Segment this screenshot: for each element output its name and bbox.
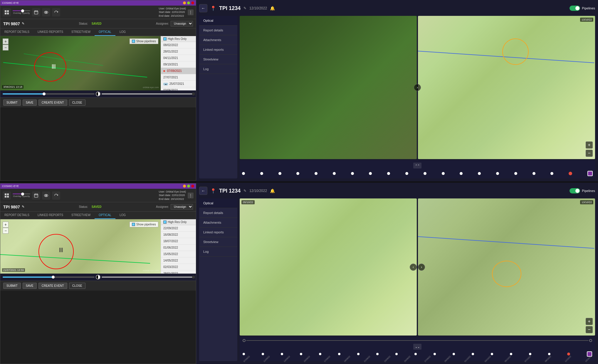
bottom-date-item-2[interactable]: 18/07/2022 (161, 238, 196, 245)
bottom-brightness-track[interactable] (102, 277, 194, 278)
top-right-nav-attachments[interactable]: Attachments (199, 35, 237, 45)
top-zoom-minus[interactable]: − (3, 45, 9, 50)
tab-optical[interactable]: OPTICAL (95, 28, 115, 36)
top-right-nav-linked-reports[interactable]: Linked reports (199, 45, 237, 55)
tab-log[interactable]: LOG (115, 28, 130, 36)
bottom-date-item-7[interactable]: 28/01/2022 (161, 270, 196, 274)
bottom-timeline-circle-marker-left[interactable] (243, 339, 246, 342)
top-right-next-arrow[interactable]: › (414, 84, 421, 91)
top-date-item-7[interactable]: 03/06/2021 (161, 87, 196, 90)
bottom-timeline-track[interactable] (3, 277, 95, 278)
bottom-date-item-3[interactable]: 01/06/2022 (161, 245, 196, 251)
bottom-brightness-icon[interactable] (96, 275, 100, 279)
bottom-date-item-6[interactable]: 02/03/2022 (161, 264, 196, 270)
bottom-high-res-toggle[interactable]: ✓ High Res Only (161, 219, 196, 225)
bottom-maximize-btn[interactable] (187, 185, 190, 188)
top-create-event-btn[interactable]: CREATE EVENT (38, 100, 67, 106)
bottom-tab-log[interactable]: LOG (115, 212, 130, 219)
top-right-toggle-switch[interactable] (570, 6, 580, 11)
top-timeline-track[interactable] (3, 93, 95, 95)
top-date-item-3[interactable]: 09/10/2021 (161, 61, 196, 68)
top-date-item-0[interactable]: 08/02/2022 (161, 42, 196, 48)
bottom-date-item-4[interactable]: 15/05/2022 (161, 251, 196, 257)
overlay-opacity-control[interactable]: Overlay Opacity (13, 10, 30, 14)
bottom-grid-icon[interactable] (3, 191, 11, 200)
top-date-item-5[interactable]: 27/07/2021 (161, 74, 196, 81)
bottom-right-nav-optical[interactable]: Optical (199, 198, 237, 208)
top-right-timeline-thumb[interactable] (587, 171, 593, 176)
bottom-tab-linked-reports[interactable]: LINKED REPORTS (33, 212, 67, 219)
bottom-high-res-checkbox[interactable]: ✓ (163, 220, 167, 224)
bottom-zoom-plus[interactable]: + (3, 222, 9, 227)
bottom-date-item-1[interactable]: 16/08/2022 (161, 232, 196, 238)
top-date-item-4[interactable]: 07/09/2021 (161, 68, 196, 74)
top-brightness-icon[interactable] (96, 92, 100, 96)
bottom-submit-btn[interactable]: SUBMIT (3, 283, 21, 289)
top-edit-icon[interactable]: ✎ (22, 22, 24, 26)
bottom-right-nav-streetview[interactable]: Streetview (199, 237, 237, 247)
bottom-right-chevron-btn[interactable]: ⌄⌄ (413, 344, 421, 350)
top-assignee-select[interactable]: Unassign (171, 21, 193, 26)
top-high-res-toggle[interactable]: ✓ High Res Only (161, 36, 196, 42)
bottom-right-next-arrow[interactable]: › (418, 264, 425, 271)
top-brightness-track[interactable] (102, 93, 194, 95)
top-right-nav-log[interactable]: Log (199, 64, 237, 74)
bottom-close-btn[interactable]: CLOSE (69, 283, 85, 289)
bottom-date-item-0[interactable]: 22/09/2022 (161, 225, 196, 232)
bottom-right-nav-attachments[interactable]: Attachments (199, 218, 237, 227)
bottom-assignee-select[interactable]: Unassign (171, 204, 193, 210)
eye-icon[interactable] (42, 8, 50, 16)
top-save-btn[interactable]: SAVE (23, 100, 37, 106)
tab-linked-reports[interactable]: LINKED REPORTS (33, 28, 67, 36)
bottom-show-pipelines-btn[interactable]: ✓ Show pipelines (130, 222, 158, 227)
bottom-date-item-5[interactable]: 14/05/2022 (161, 257, 196, 264)
top-right-nav-streetview[interactable]: Streetview (199, 55, 237, 64)
bottom-right-toggle-switch[interactable] (570, 188, 580, 193)
bottom-refresh-icon[interactable] (52, 191, 60, 200)
tab-report-details[interactable]: REPORT DETAILS (0, 28, 33, 36)
bottom-calendar-icon[interactable] (32, 191, 40, 200)
window-close-btn[interactable] (191, 1, 194, 4)
grid-icon[interactable] (3, 8, 11, 16)
top-right-tpi-edit-icon[interactable]: ✎ (243, 6, 246, 10)
top-submit-btn[interactable]: SUBMIT (3, 100, 21, 106)
top-high-res-checkbox[interactable]: ✓ (163, 37, 167, 41)
bottom-toolbar-menu-btn[interactable]: ⋮ (188, 193, 194, 198)
calendar-icon[interactable] (32, 8, 40, 16)
top-right-chevron-up-btn[interactable]: ⌃⌃ (413, 163, 421, 168)
bottom-zoom-minus[interactable]: − (3, 228, 9, 234)
bottom-pipelines-checkbox[interactable]: ✓ (132, 223, 135, 226)
top-right-zoom-plus[interactable]: + (586, 141, 593, 149)
bottom-tab-optical[interactable]: OPTICAL (95, 212, 115, 219)
top-right-nav-report-details[interactable]: Report details (199, 26, 237, 35)
bottom-right-nav-linked-reports[interactable]: Linked reports (199, 227, 237, 237)
top-date-item-2[interactable]: 04/11/2021 (161, 55, 196, 61)
bottom-tab-streetview[interactable]: STREETVIEW (67, 212, 95, 219)
bottom-right-tpi-edit-icon[interactable]: ✎ (243, 189, 246, 193)
maximize-btn[interactable] (187, 1, 190, 4)
bottom-minimize-btn[interactable] (183, 185, 186, 188)
bottom-timeline-circle-marker-right[interactable] (589, 339, 592, 342)
bottom-overlay-opacity-control[interactable]: Overlay Opacity (13, 193, 30, 198)
top-right-back-btn[interactable]: ← (199, 4, 207, 12)
bottom-right-zoom-minus[interactable]: − (586, 326, 593, 333)
bottom-tab-report-details[interactable]: REPORT DETAILS (0, 212, 33, 219)
bottom-right-nav-report-details[interactable]: Report details (199, 208, 237, 218)
bottom-create-event-btn[interactable]: CREATE EVENT (38, 283, 67, 289)
tab-streetview[interactable]: STREETVIEW (67, 28, 95, 36)
bottom-save-btn[interactable]: SAVE (23, 283, 37, 289)
top-right-zoom-minus[interactable]: − (586, 150, 593, 157)
top-date-item-6[interactable]: ☁ 25/07/2021 (161, 81, 196, 87)
bottom-edit-icon[interactable]: ✎ (22, 205, 24, 209)
bottom-right-back-btn[interactable]: ← (199, 187, 207, 195)
top-close-btn[interactable]: CLOSE (69, 100, 85, 106)
minimize-btn[interactable] (183, 1, 186, 4)
top-show-pipelines-btn[interactable]: ✓ Show pipelines (130, 38, 158, 44)
bottom-right-zoom-plus[interactable]: + (586, 318, 593, 325)
refresh-icon[interactable] (52, 8, 60, 16)
top-right-nav-optical[interactable]: Optical (199, 16, 237, 26)
bottom-right-nav-log[interactable]: Log (199, 247, 237, 257)
bottom-window-close-btn[interactable] (191, 185, 194, 188)
bottom-right-prev-arrow[interactable]: ‹ (410, 264, 417, 271)
top-pipelines-checkbox[interactable]: ✓ (132, 40, 135, 43)
